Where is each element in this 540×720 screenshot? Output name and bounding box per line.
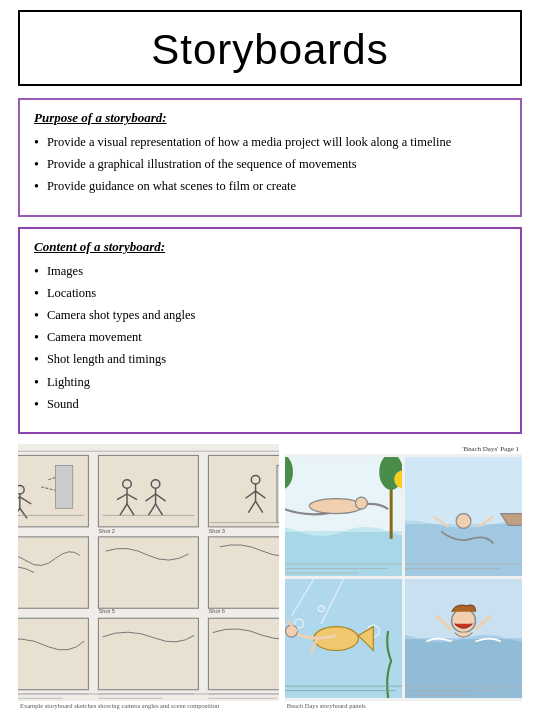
purpose-item-3: Provide guidance on what scenes to film …: [34, 178, 506, 196]
content-item-camera-shots: Camera shot types and angles: [34, 307, 506, 325]
right-panel-title: 'Beach Days' Page 1: [285, 444, 522, 454]
svg-point-57: [355, 497, 367, 509]
svg-point-79: [285, 625, 297, 637]
svg-rect-3: [98, 455, 198, 526]
purpose-list: Provide a visual representation of how a…: [34, 134, 506, 197]
right-panel-tr: [405, 457, 522, 576]
svg-text:Shot 3: Shot 3: [208, 527, 224, 533]
purpose-item-1: Provide a visual representation of how a…: [34, 134, 506, 152]
right-panel-bl: [285, 579, 402, 698]
svg-rect-39: [18, 618, 88, 689]
right-panel-br: [405, 579, 522, 698]
content-item-shot-length: Shot length and timings: [34, 351, 506, 369]
svg-point-69: [456, 513, 471, 528]
svg-rect-36: [18, 537, 88, 608]
panel-bl-svg: [285, 579, 402, 698]
svg-rect-4: [208, 455, 278, 526]
svg-rect-2: [18, 455, 88, 526]
page-title: Storyboards: [151, 26, 388, 73]
panel-br-svg: [405, 579, 522, 698]
svg-rect-37: [98, 537, 198, 608]
right-panel-grid: [285, 457, 522, 698]
left-sketch-svg: Shot 1 Shot 2 Shot 3 Shot 4 Shot 5 Shot …: [18, 444, 279, 701]
content-item-lighting: Lighting: [34, 374, 506, 392]
storyboard-right: 'Beach Days' Page 1: [285, 444, 522, 710]
svg-point-87: [452, 609, 476, 633]
svg-rect-34: [277, 465, 279, 522]
content-heading: Content of a storyboard:: [34, 239, 506, 255]
panel-tr-svg: [405, 457, 522, 576]
content-item-sound: Sound: [34, 396, 506, 414]
left-footer-caption: Example storyboard sketches showing came…: [18, 701, 279, 710]
purpose-item-2: Provide a graphical illustration of the …: [34, 156, 506, 174]
content-item-camera-movement: Camera movement: [34, 329, 506, 347]
right-panel-tl: [285, 457, 402, 576]
content-item-locations: Locations: [34, 285, 506, 303]
purpose-heading: Purpose of a storyboard:: [34, 110, 506, 126]
storyboard-images-section: Shot 1 Shot 2 Shot 3 Shot 4 Shot 5 Shot …: [18, 444, 522, 710]
content-item-images: Images: [34, 263, 506, 281]
svg-rect-14: [56, 465, 73, 508]
page: Storyboards Purpose of a storyboard: Pro…: [0, 0, 540, 720]
svg-text:Shot 5: Shot 5: [98, 607, 114, 613]
left-sketch-wrapper: Shot 1 Shot 2 Shot 3 Shot 4 Shot 5 Shot …: [18, 444, 279, 701]
svg-rect-38: [208, 537, 278, 608]
svg-rect-41: [208, 618, 278, 689]
content-list: Images Locations Camera shot types and a…: [34, 263, 506, 414]
svg-text:Shot 2: Shot 2: [98, 527, 114, 533]
svg-rect-86: [405, 638, 522, 698]
svg-point-56: [309, 499, 363, 514]
content-section: Content of a storyboard: Images Location…: [18, 227, 522, 434]
storyboard-left: Shot 1 Shot 2 Shot 3 Shot 4 Shot 5 Shot …: [18, 444, 279, 710]
svg-rect-55: [285, 531, 402, 576]
title-box: Storyboards: [18, 10, 522, 86]
svg-rect-40: [98, 618, 198, 689]
panel-tl-svg: [285, 457, 402, 576]
purpose-section: Purpose of a storyboard: Provide a visua…: [18, 98, 522, 217]
svg-text:Shot 6: Shot 6: [208, 607, 224, 613]
right-footer-caption: Beach Days storyboard panels: [285, 701, 522, 710]
